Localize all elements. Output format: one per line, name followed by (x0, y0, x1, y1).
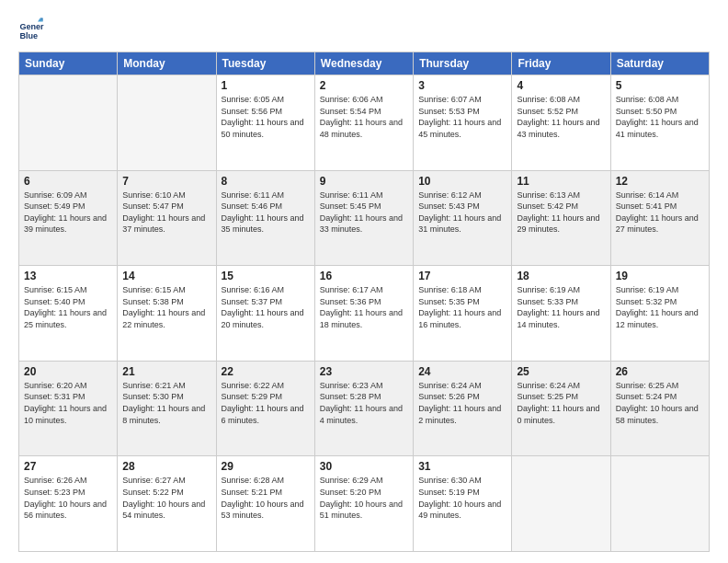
calendar-cell: 22Sunrise: 6:22 AMSunset: 5:29 PMDayligh… (216, 361, 314, 456)
svg-text:General: General (19, 22, 44, 31)
day-info: Sunrise: 6:19 AMSunset: 5:32 PMDaylight:… (616, 284, 704, 330)
calendar-cell: 14Sunrise: 6:15 AMSunset: 5:38 PMDayligh… (118, 266, 216, 362)
day-number: 16 (320, 270, 408, 282)
day-number: 19 (616, 270, 704, 282)
calendar-cell: 17Sunrise: 6:18 AMSunset: 5:35 PMDayligh… (414, 266, 512, 362)
calendar-cell: 10Sunrise: 6:12 AMSunset: 5:43 PMDayligh… (414, 170, 512, 266)
calendar-cell: 27Sunrise: 6:26 AMSunset: 5:23 PMDayligh… (19, 456, 118, 552)
calendar-cell: 26Sunrise: 6:25 AMSunset: 5:24 PMDayligh… (610, 361, 709, 456)
day-info: Sunrise: 6:19 AMSunset: 5:33 PMDaylight:… (517, 284, 605, 330)
day-number: 26 (616, 365, 704, 378)
day-header-tuesday: Tuesday (216, 52, 314, 75)
calendar-cell: 9Sunrise: 6:11 AMSunset: 5:45 PMDaylight… (314, 170, 413, 266)
day-number: 18 (517, 270, 605, 282)
day-info: Sunrise: 6:25 AMSunset: 5:24 PMDaylight:… (616, 380, 704, 426)
day-header-sunday: Sunday (19, 52, 118, 75)
day-number: 27 (24, 460, 112, 473)
calendar-cell: 29Sunrise: 6:28 AMSunset: 5:21 PMDayligh… (216, 456, 314, 552)
day-number: 22 (222, 365, 310, 378)
calendar-week-2: 6Sunrise: 6:09 AMSunset: 5:49 PMDaylight… (19, 170, 710, 266)
page: General Blue SundayMondayTuesdayWednesda… (0, 0, 728, 563)
day-number: 24 (418, 365, 506, 378)
calendar-cell: 31Sunrise: 6:30 AMSunset: 5:19 PMDayligh… (414, 456, 512, 552)
day-info: Sunrise: 6:10 AMSunset: 5:47 PMDaylight:… (122, 190, 210, 236)
day-number: 5 (616, 79, 704, 92)
svg-text:Blue: Blue (19, 31, 38, 40)
calendar-cell: 18Sunrise: 6:19 AMSunset: 5:33 PMDayligh… (512, 266, 610, 362)
day-header-wednesday: Wednesday (314, 52, 413, 75)
day-info: Sunrise: 6:23 AMSunset: 5:28 PMDaylight:… (320, 380, 408, 426)
day-info: Sunrise: 6:15 AMSunset: 5:40 PMDaylight:… (24, 284, 112, 330)
day-info: Sunrise: 6:08 AMSunset: 5:52 PMDaylight:… (517, 94, 605, 140)
day-number: 23 (320, 365, 408, 378)
calendar-cell: 5Sunrise: 6:08 AMSunset: 5:50 PMDaylight… (610, 75, 709, 171)
calendar-cell: 28Sunrise: 6:27 AMSunset: 5:22 PMDayligh… (118, 456, 216, 552)
day-number: 31 (418, 460, 506, 473)
calendar-cell: 16Sunrise: 6:17 AMSunset: 5:36 PMDayligh… (314, 266, 413, 362)
day-number: 15 (222, 270, 310, 282)
day-number: 21 (122, 365, 210, 378)
calendar-cell: 8Sunrise: 6:11 AMSunset: 5:46 PMDaylight… (216, 170, 314, 266)
calendar-cell: 6Sunrise: 6:09 AMSunset: 5:49 PMDaylight… (19, 170, 118, 266)
calendar-week-4: 20Sunrise: 6:20 AMSunset: 5:31 PMDayligh… (19, 361, 710, 456)
day-number: 11 (517, 175, 605, 188)
logo: General Blue (18, 17, 48, 42)
calendar-cell: 15Sunrise: 6:16 AMSunset: 5:37 PMDayligh… (216, 266, 314, 362)
calendar-cell: 19Sunrise: 6:19 AMSunset: 5:32 PMDayligh… (610, 266, 709, 362)
day-info: Sunrise: 6:08 AMSunset: 5:50 PMDaylight:… (616, 94, 704, 140)
day-number: 13 (24, 270, 112, 282)
day-info: Sunrise: 6:14 AMSunset: 5:41 PMDaylight:… (616, 190, 704, 236)
calendar-cell (19, 75, 118, 171)
day-header-saturday: Saturday (610, 52, 709, 75)
day-number: 29 (222, 460, 310, 473)
day-info: Sunrise: 6:21 AMSunset: 5:30 PMDaylight:… (122, 380, 210, 426)
header: General Blue (18, 17, 710, 42)
day-info: Sunrise: 6:12 AMSunset: 5:43 PMDaylight:… (418, 190, 506, 236)
day-info: Sunrise: 6:24 AMSunset: 5:25 PMDaylight:… (517, 380, 605, 426)
day-info: Sunrise: 6:26 AMSunset: 5:23 PMDaylight:… (24, 475, 112, 521)
day-info: Sunrise: 6:27 AMSunset: 5:22 PMDaylight:… (122, 475, 210, 521)
calendar-cell (512, 456, 610, 552)
calendar-table: SundayMondayTuesdayWednesdayThursdayFrid… (18, 52, 710, 552)
day-number: 30 (320, 460, 408, 473)
day-number: 20 (24, 365, 112, 378)
day-number: 14 (122, 270, 210, 282)
calendar-cell (610, 456, 709, 552)
day-header-friday: Friday (512, 52, 610, 75)
day-number: 28 (122, 460, 210, 473)
calendar-cell: 24Sunrise: 6:24 AMSunset: 5:26 PMDayligh… (414, 361, 512, 456)
day-info: Sunrise: 6:24 AMSunset: 5:26 PMDaylight:… (418, 380, 506, 426)
day-info: Sunrise: 6:16 AMSunset: 5:37 PMDaylight:… (222, 284, 310, 330)
calendar-cell: 23Sunrise: 6:23 AMSunset: 5:28 PMDayligh… (314, 361, 413, 456)
calendar-cell: 11Sunrise: 6:13 AMSunset: 5:42 PMDayligh… (512, 170, 610, 266)
day-number: 25 (517, 365, 605, 378)
day-info: Sunrise: 6:09 AMSunset: 5:49 PMDaylight:… (24, 190, 112, 236)
day-info: Sunrise: 6:07 AMSunset: 5:53 PMDaylight:… (418, 94, 506, 140)
day-info: Sunrise: 6:05 AMSunset: 5:56 PMDaylight:… (222, 94, 310, 140)
calendar-week-3: 13Sunrise: 6:15 AMSunset: 5:40 PMDayligh… (19, 266, 710, 362)
day-info: Sunrise: 6:20 AMSunset: 5:31 PMDaylight:… (24, 380, 112, 426)
day-info: Sunrise: 6:11 AMSunset: 5:45 PMDaylight:… (320, 190, 408, 236)
calendar-cell: 20Sunrise: 6:20 AMSunset: 5:31 PMDayligh… (19, 361, 118, 456)
day-info: Sunrise: 6:15 AMSunset: 5:38 PMDaylight:… (122, 284, 210, 330)
calendar-cell: 4Sunrise: 6:08 AMSunset: 5:52 PMDaylight… (512, 75, 610, 171)
day-info: Sunrise: 6:06 AMSunset: 5:54 PMDaylight:… (320, 94, 408, 140)
calendar-week-1: 1Sunrise: 6:05 AMSunset: 5:56 PMDaylight… (19, 75, 710, 171)
calendar-cell: 25Sunrise: 6:24 AMSunset: 5:25 PMDayligh… (512, 361, 610, 456)
day-number: 12 (616, 175, 704, 188)
day-info: Sunrise: 6:22 AMSunset: 5:29 PMDaylight:… (222, 380, 310, 426)
calendar-cell: 2Sunrise: 6:06 AMSunset: 5:54 PMDaylight… (314, 75, 413, 171)
day-info: Sunrise: 6:11 AMSunset: 5:46 PMDaylight:… (222, 190, 310, 236)
day-info: Sunrise: 6:13 AMSunset: 5:42 PMDaylight:… (517, 190, 605, 236)
calendar-week-5: 27Sunrise: 6:26 AMSunset: 5:23 PMDayligh… (19, 456, 710, 552)
day-number: 1 (222, 79, 310, 92)
day-number: 8 (222, 175, 310, 188)
day-info: Sunrise: 6:30 AMSunset: 5:19 PMDaylight:… (418, 475, 506, 521)
calendar-cell: 13Sunrise: 6:15 AMSunset: 5:40 PMDayligh… (19, 266, 118, 362)
calendar-cell: 30Sunrise: 6:29 AMSunset: 5:20 PMDayligh… (314, 456, 413, 552)
day-number: 7 (122, 175, 210, 188)
calendar-cell: 7Sunrise: 6:10 AMSunset: 5:47 PMDaylight… (118, 170, 216, 266)
day-info: Sunrise: 6:28 AMSunset: 5:21 PMDaylight:… (222, 475, 310, 521)
day-number: 2 (320, 79, 408, 92)
day-number: 10 (418, 175, 506, 188)
